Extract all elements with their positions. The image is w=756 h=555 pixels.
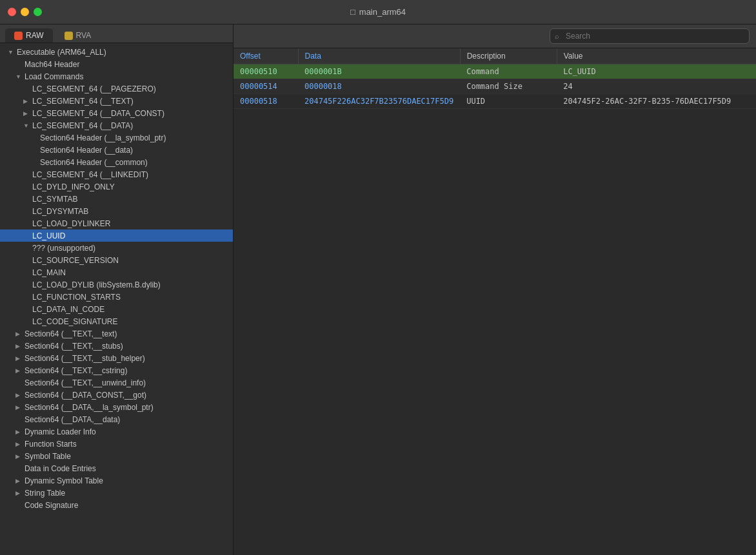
tree-item[interactable]: LC_MAIN — [0, 266, 233, 278]
header-data: Data — [298, 48, 460, 64]
cell-offset: 00000514 — [234, 79, 298, 94]
content-panel: ⌕ Offset Data Description Value 00000510… — [234, 24, 756, 555]
tree-item[interactable]: LC_DYLD_INFO_ONLY — [0, 180, 233, 193]
table-body: 000005100000001BCommandLC_UUID0000051400… — [234, 64, 756, 109]
tree-item-label: Function Starts — [25, 440, 77, 449]
tree-item[interactable]: LC_CODE_SIGNATURE — [0, 315, 233, 327]
chevron-icon — [15, 490, 22, 496]
tab-rva[interactable]: RVA — [55, 28, 101, 43]
tree-item[interactable]: Section64 (__TEXT,__cstring) — [0, 364, 233, 376]
tree-view[interactable]: Executable (ARM64_ALL)Mach64 HeaderLoad … — [0, 43, 233, 555]
tree-item[interactable]: LC_SEGMENT_64 (__PAGEZERO) — [0, 83, 233, 95]
tree-item-label: LC_SEGMENT_64 (__LINKEDIT) — [32, 170, 148, 179]
chevron-icon — [15, 331, 22, 337]
chevron-icon — [15, 392, 22, 398]
tree-item-label: String Table — [25, 489, 65, 498]
table-row[interactable]: 00000518204745F226AC32F7B23576DAEC17F5D9… — [234, 94, 756, 109]
tree-item-label: Section64 (__DATA,__data) — [25, 415, 120, 424]
cell-data: 0000001B — [298, 64, 460, 79]
tree-item[interactable]: Data in Code Entries — [0, 462, 233, 474]
tree-item[interactable]: LC_LOAD_DYLIB (libSystem.B.dylib) — [0, 278, 233, 291]
raw-tab-icon — [14, 32, 23, 40]
tree-item[interactable]: LC_SYMTAB — [0, 193, 233, 205]
tree-item[interactable]: Section64 (__TEXT,__unwind_info) — [0, 376, 233, 389]
tree-item-label: Section64 (__TEXT,__unwind_info) — [25, 378, 146, 387]
tree-item[interactable]: Dynamic Loader Info — [0, 425, 233, 438]
tree-item[interactable]: Function Starts — [0, 438, 233, 450]
tree-item-label: ??? (unsupported) — [32, 244, 95, 253]
tree-item-label: LC_FUNCTION_STARTS — [32, 293, 121, 302]
chevron-icon — [8, 49, 14, 55]
tree-item-label: Dynamic Symbol Table — [25, 476, 103, 485]
header-offset: Offset — [234, 48, 298, 64]
tree-item[interactable]: LC_LOAD_DYLINKER — [0, 217, 233, 229]
chevron-icon — [23, 122, 30, 129]
tree-item-label: LC_DYSYMTAB — [32, 207, 88, 216]
tree-item-label: Section64 Header (__la_symbol_ptr) — [40, 133, 166, 142]
tree-item-label: LC_CODE_SIGNATURE — [32, 317, 117, 326]
tree-item-label: LC_LOAD_DYLIB (libSystem.B.dylib) — [32, 280, 161, 289]
tree-item[interactable]: Code Signature — [0, 499, 233, 511]
chevron-icon — [15, 453, 22, 460]
tree-item[interactable]: Section64 Header (__la_symbol_ptr) — [0, 131, 233, 144]
cell-description: Command — [460, 64, 557, 79]
tree-item[interactable]: Section64 (__DATA_CONST,__got) — [0, 389, 233, 401]
tree-item[interactable]: Dynamic Symbol Table — [0, 474, 233, 487]
window-title: □ main_arm64 — [350, 7, 406, 17]
tree-item[interactable]: ??? (unsupported) — [0, 242, 233, 254]
tree-item[interactable]: Symbol Table — [0, 450, 233, 462]
cell-offset: 00000518 — [234, 94, 298, 109]
tree-item[interactable]: LC_SOURCE_VERSION — [0, 254, 233, 266]
chevron-icon — [15, 429, 22, 435]
tree-item[interactable]: Section64 Header (__common) — [0, 156, 233, 168]
tree-item[interactable]: LC_SEGMENT_64 (__DATA_CONST) — [0, 107, 233, 119]
traffic-lights — [8, 8, 42, 16]
tree-item[interactable]: Executable (ARM64_ALL) — [0, 46, 233, 58]
tree-item[interactable]: String Table — [0, 487, 233, 499]
tree-item-label: Symbol Table — [25, 452, 71, 461]
tab-raw[interactable]: RAW — [5, 28, 53, 43]
tree-item[interactable]: LC_UUID — [0, 229, 233, 242]
tree-item-label: LC_SEGMENT_64 (__TEXT) — [32, 97, 134, 106]
tree-item[interactable]: Section64 (__TEXT,__stub_helper) — [0, 352, 233, 364]
cell-offset: 00000510 — [234, 64, 298, 79]
cell-data: 00000018 — [298, 79, 460, 94]
tree-item[interactable]: LC_SEGMENT_64 (__DATA) — [0, 119, 233, 131]
cell-description: UUID — [460, 94, 557, 109]
tree-item-label: LC_SEGMENT_64 (__PAGEZERO) — [32, 84, 156, 93]
header-value: Value — [557, 48, 756, 64]
tree-item[interactable]: Mach64 Header — [0, 58, 233, 70]
maximize-button[interactable] — [34, 8, 42, 16]
tree-item-label: LC_SEGMENT_64 (__DATA) — [32, 121, 133, 130]
tree-item[interactable]: LC_FUNCTION_STARTS — [0, 291, 233, 303]
tree-item[interactable]: Section64 (__DATA,__data) — [0, 413, 233, 425]
chevron-icon — [15, 478, 22, 484]
tree-item-label: LC_UUID — [32, 231, 65, 240]
chevron-icon — [15, 343, 22, 349]
data-table: Offset Data Description Value 0000051000… — [234, 48, 756, 109]
tree-item-label: Executable (ARM64_ALL) — [17, 48, 106, 57]
minimize-button[interactable] — [21, 8, 29, 16]
tree-item[interactable]: LC_SEGMENT_64 (__TEXT) — [0, 95, 233, 107]
chevron-icon — [23, 110, 30, 117]
tree-item[interactable]: LC_DYSYMTAB — [0, 205, 233, 217]
chevron-icon — [15, 355, 22, 362]
tree-item[interactable]: Section64 Header (__data) — [0, 144, 233, 156]
sidebar: RAW RVA Executable (ARM64_ALL)Mach64 Hea… — [0, 24, 234, 555]
tree-item[interactable]: Section64 (__TEXT,__text) — [0, 327, 233, 340]
table-row[interactable]: 0000051400000018Command Size24 — [234, 79, 756, 94]
tree-item[interactable]: Section64 (__DATA,__la_symbol_ptr) — [0, 401, 233, 413]
search-bar: ⌕ — [234, 24, 756, 48]
search-input[interactable] — [550, 28, 750, 44]
tree-item[interactable]: LC_SEGMENT_64 (__LINKEDIT) — [0, 168, 233, 180]
tree-item-label: LC_MAIN — [32, 268, 66, 277]
chevron-icon — [15, 404, 22, 411]
rva-tab-icon — [65, 32, 73, 40]
tree-item[interactable]: Load Commands — [0, 70, 233, 83]
tree-item-label: Section64 (__DATA_CONST,__got) — [25, 391, 146, 400]
table-row[interactable]: 000005100000001BCommandLC_UUID — [234, 64, 756, 79]
search-icon: ⌕ — [555, 32, 559, 40]
tree-item[interactable]: LC_DATA_IN_CODE — [0, 303, 233, 315]
close-button[interactable] — [8, 8, 16, 16]
tree-item[interactable]: Section64 (__TEXT,__stubs) — [0, 340, 233, 352]
